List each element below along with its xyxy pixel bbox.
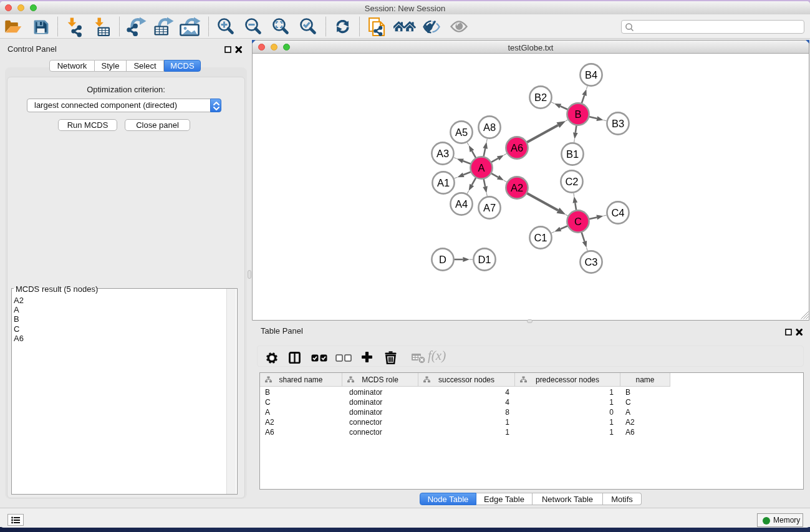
svg-text:B3: B3 xyxy=(612,118,624,129)
svg-text:A: A xyxy=(478,162,485,173)
svg-text:B: B xyxy=(574,109,581,120)
svg-text:C1: C1 xyxy=(534,232,547,243)
svg-text:A8: A8 xyxy=(483,122,496,133)
svg-text:C2: C2 xyxy=(565,176,578,187)
svg-text:A5: A5 xyxy=(455,127,468,138)
svg-text:A6: A6 xyxy=(511,142,523,153)
svg-text:D1: D1 xyxy=(478,254,491,265)
svg-text:A7: A7 xyxy=(483,202,496,213)
svg-text:A3: A3 xyxy=(436,148,449,159)
svg-text:C4: C4 xyxy=(611,207,624,218)
svg-text:C: C xyxy=(574,216,582,227)
svg-text:D: D xyxy=(439,254,446,265)
svg-text:B2: B2 xyxy=(534,92,547,103)
svg-text:B1: B1 xyxy=(566,148,579,160)
svg-text:A1: A1 xyxy=(437,177,450,188)
svg-text:B4: B4 xyxy=(585,69,597,80)
svg-text:C3: C3 xyxy=(584,256,597,268)
svg-text:A4: A4 xyxy=(455,198,468,210)
svg-text:A2: A2 xyxy=(511,182,523,193)
